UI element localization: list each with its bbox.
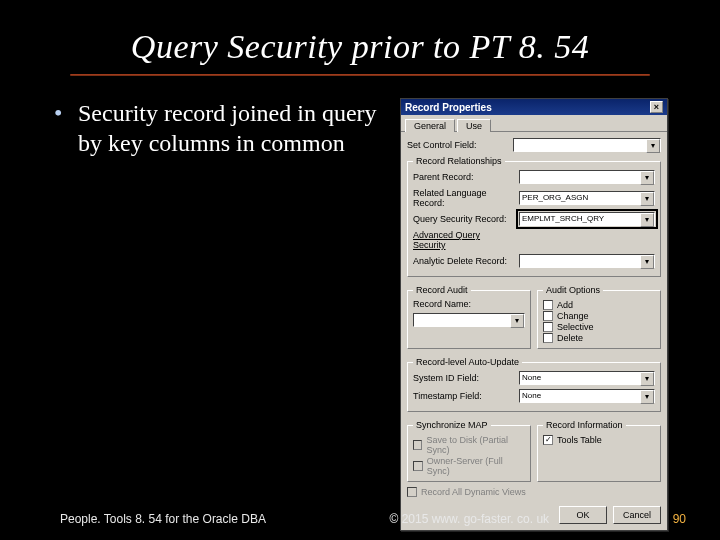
- record-properties-dialog: Record Properties × General Use Set Cont…: [400, 98, 668, 531]
- sync-disk-checkbox: Save to Disk (Partial Sync): [413, 435, 525, 455]
- dialog-title: Record Properties: [405, 102, 492, 113]
- system-id-label: System ID Field:: [413, 373, 515, 383]
- dialog-titlebar: Record Properties ×: [401, 99, 667, 115]
- parent-record-select[interactable]: [519, 170, 655, 184]
- footer-left: People. Tools 8. 54 for the Oracle DBA: [60, 512, 266, 526]
- system-id-select[interactable]: None: [519, 371, 655, 385]
- record-info-group: Record Information ✓Tools Table: [537, 420, 661, 482]
- set-control-field-row: Set Control Field:: [407, 138, 661, 152]
- timestamp-label: Timestamp Field:: [413, 391, 515, 401]
- dialog-panel: Set Control Field: Record Relationships …: [401, 132, 667, 502]
- audit-delete-checkbox[interactable]: Delete: [543, 333, 655, 343]
- bullet-list: Security record joined in query by key c…: [50, 98, 390, 531]
- sync-server-checkbox: Owner-Server (Full Sync): [413, 456, 525, 476]
- related-lang-select[interactable]: PER_ORG_ASGN: [519, 191, 655, 205]
- sync-map-legend: Synchronize MAP: [413, 420, 491, 430]
- set-control-field-label: Set Control Field:: [407, 140, 509, 150]
- analytic-delete-select[interactable]: [519, 254, 655, 268]
- slide-title: Query Security prior to PT 8. 54: [0, 0, 720, 66]
- page-number: 90: [673, 512, 686, 526]
- tools-table-checkbox[interactable]: ✓Tools Table: [543, 435, 655, 445]
- content-area: Security record joined in query by key c…: [0, 76, 720, 531]
- audit-options-group: Audit Options Add Change Selective Delet…: [537, 285, 661, 349]
- timestamp-select[interactable]: None: [519, 389, 655, 403]
- record-audit-group: Record Audit Record Name:: [407, 285, 531, 349]
- set-control-field-select[interactable]: [513, 138, 661, 152]
- slide-footer: People. Tools 8. 54 for the Oracle DBA ©…: [0, 512, 720, 526]
- analytic-delete-label: Analytic Delete Record:: [413, 256, 515, 266]
- record-info-legend: Record Information: [543, 420, 626, 430]
- parent-record-label: Parent Record:: [413, 172, 515, 182]
- record-relationships-group: Record Relationships Parent Record: Rela…: [407, 156, 661, 277]
- advanced-query-security-link[interactable]: Advanced Query Security: [413, 230, 515, 250]
- audit-change-checkbox[interactable]: Change: [543, 311, 655, 321]
- audit-record-name-select[interactable]: [413, 313, 525, 327]
- tab-use[interactable]: Use: [457, 119, 491, 132]
- bullet-item: Security record joined in query by key c…: [50, 98, 390, 158]
- audit-selective-checkbox[interactable]: Selective: [543, 322, 655, 332]
- related-lang-label: Related Language Record:: [413, 188, 515, 208]
- audit-record-name-label: Record Name:: [413, 299, 473, 309]
- close-icon[interactable]: ×: [650, 101, 663, 113]
- persist-dynamic-views-checkbox: Record All Dynamic Views: [407, 487, 661, 497]
- record-audit-legend: Record Audit: [413, 285, 471, 295]
- query-security-label: Query Security Record:: [413, 214, 515, 224]
- auto-update-group: Record-level Auto-Update System ID Field…: [407, 357, 661, 412]
- query-security-select[interactable]: EMPLMT_SRCH_QRY: [519, 212, 655, 226]
- audit-options-legend: Audit Options: [543, 285, 603, 295]
- audit-add-checkbox[interactable]: Add: [543, 300, 655, 310]
- tab-general[interactable]: General: [405, 119, 455, 132]
- auto-update-legend: Record-level Auto-Update: [413, 357, 522, 367]
- footer-center: © 2015 www. go-faster. co. uk: [389, 512, 549, 526]
- record-relationships-legend: Record Relationships: [413, 156, 505, 166]
- dialog-tabs: General Use: [401, 115, 667, 132]
- sync-map-group: Synchronize MAP Save to Disk (Partial Sy…: [407, 420, 531, 482]
